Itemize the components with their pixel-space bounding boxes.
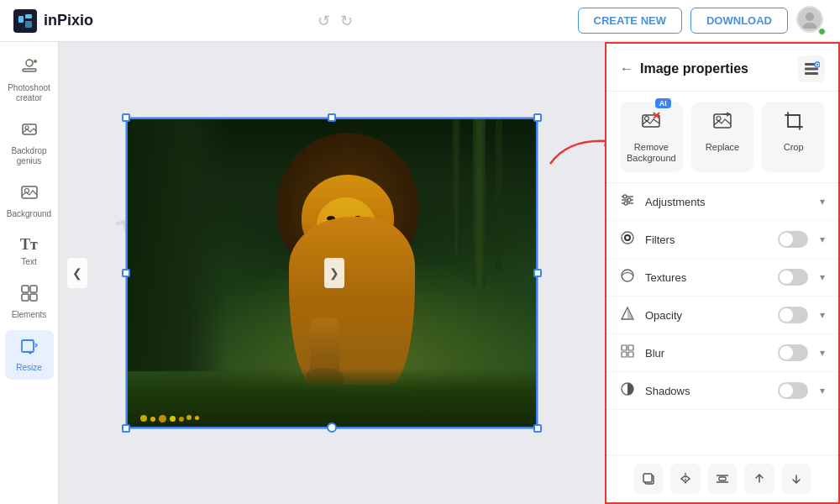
shadows-toggle[interactable] <box>778 382 808 399</box>
flower-7 <box>195 416 199 420</box>
resize-icon <box>20 337 39 360</box>
opacity-toggle[interactable] <box>778 307 808 323</box>
blur-chevron[interactable]: ▾ <box>820 347 825 359</box>
prop-row-filters: Filters ▾ <box>606 221 838 259</box>
main-content: Photoshootcreator Backdropgenius Bac <box>0 42 840 504</box>
panel-footer <box>606 454 838 502</box>
flower-6 <box>186 415 192 420</box>
ai-badge: AI <box>655 98 671 108</box>
handle-top-middle[interactable] <box>328 113 336 122</box>
filters-icon <box>620 230 637 249</box>
blur-icon <box>620 344 637 362</box>
adjustments-label: Adjustments <box>645 196 808 208</box>
dark-left <box>128 119 228 371</box>
replace-button[interactable]: Replace <box>691 102 754 172</box>
remove-background-button[interactable]: AI RemoveBackground <box>620 102 683 172</box>
svg-rect-42 <box>622 352 627 357</box>
redo-button[interactable]: ↻ <box>340 12 353 30</box>
textures-label: Textures <box>645 271 769 284</box>
avatar-wrapper <box>796 6 827 36</box>
red-arrow <box>546 118 605 168</box>
sidebar-item-background[interactable]: Background <box>5 176 54 226</box>
svg-rect-19 <box>805 68 818 71</box>
svg-point-28 <box>717 117 721 121</box>
handle-middle-left[interactable] <box>122 269 130 277</box>
svg-rect-12 <box>22 286 29 292</box>
shadows-chevron[interactable]: ▾ <box>820 385 825 396</box>
move-down-button[interactable] <box>781 464 811 494</box>
undo-button[interactable]: ↺ <box>318 12 330 30</box>
flower-5 <box>179 417 184 422</box>
textures-icon <box>620 268 637 286</box>
download-button[interactable]: DOWNLOAD <box>690 8 788 34</box>
move-up-button[interactable] <box>744 464 774 494</box>
svg-point-39 <box>622 270 633 281</box>
opacity-icon <box>620 306 637 324</box>
sidebar-label-elements: Elements <box>12 310 47 320</box>
shadows-icon <box>620 381 637 400</box>
svg-point-22 <box>816 64 818 66</box>
sidebar-label-photoshoot: Photoshootcreator <box>8 83 50 103</box>
flower-3 <box>159 415 166 423</box>
bamboo-3 <box>496 119 502 270</box>
sidebar-item-resize[interactable]: Resize <box>5 330 54 380</box>
background-icon <box>20 183 39 206</box>
panel-header: ← Image properties <box>606 44 838 92</box>
shadows-label: Shadows <box>645 385 769 397</box>
panel-back-button[interactable]: ← <box>620 61 633 76</box>
svg-point-3 <box>806 13 814 21</box>
logo: inPixio <box>13 9 93 33</box>
adjustments-chevron[interactable]: ▾ <box>820 196 825 207</box>
svg-rect-6 <box>23 69 36 71</box>
sidebar-label-resize: Resize <box>16 363 42 373</box>
handle-top-right[interactable] <box>533 113 542 122</box>
canvas-next-button[interactable]: ❯ <box>324 258 344 288</box>
svg-rect-46 <box>643 474 652 482</box>
svg-point-7 <box>34 60 37 63</box>
sidebar-item-text[interactable]: Tт Text <box>5 229 54 274</box>
textures-chevron[interactable]: ▾ <box>820 271 825 283</box>
sidebar-label-text: Text <box>21 257 36 267</box>
textures-toggle[interactable] <box>778 269 808 286</box>
filters-toggle[interactable] <box>778 231 808 248</box>
svg-point-33 <box>623 195 627 198</box>
blur-toggle[interactable] <box>778 344 808 361</box>
svg-rect-1 <box>25 14 32 18</box>
sidebar-item-backdrop[interactable]: Backdropgenius <box>5 113 54 173</box>
svg-rect-15 <box>30 294 37 301</box>
svg-rect-49 <box>719 477 726 480</box>
svg-point-24 <box>645 117 649 121</box>
svg-rect-2 <box>25 21 32 28</box>
align-button[interactable] <box>707 464 738 494</box>
flower-2 <box>150 417 155 422</box>
quick-actions: AI RemoveBackground <box>606 92 838 183</box>
svg-point-35 <box>624 202 627 205</box>
svg-rect-14 <box>22 294 29 301</box>
canvas-prev-button[interactable]: ❮ <box>67 258 87 288</box>
right-panel: ← Image properties AI <box>605 42 840 504</box>
properties-list: Adjustments ▾ Filters ▾ <box>606 183 838 454</box>
handle-bottom-middle[interactable] <box>327 423 337 433</box>
create-new-button[interactable]: CREATE NEW <box>578 8 682 34</box>
handle-bottom-right[interactable] <box>533 424 542 433</box>
remove-background-label: RemoveBackground <box>627 142 676 164</box>
opacity-chevron[interactable]: ▾ <box>820 309 825 321</box>
duplicate-button[interactable] <box>633 464 664 494</box>
sidebar-item-elements[interactable]: Elements <box>5 277 54 327</box>
photoshoot-icon <box>20 57 39 80</box>
filters-chevron[interactable]: ▾ <box>820 234 825 245</box>
svg-rect-43 <box>628 352 633 357</box>
elements-icon <box>20 284 39 307</box>
backdrop-icon <box>20 120 39 143</box>
handle-bottom-left[interactable] <box>122 424 130 433</box>
prop-row-adjustments: Adjustments ▾ <box>606 183 838 221</box>
handle-top-left[interactable] <box>122 113 130 122</box>
flip-horizontal-button[interactable] <box>670 464 701 494</box>
layers-button[interactable] <box>798 55 825 82</box>
online-indicator <box>818 28 826 35</box>
bamboo-1 <box>473 119 486 287</box>
crop-button[interactable]: Crop <box>762 102 825 172</box>
handle-middle-right[interactable] <box>533 269 542 277</box>
sidebar-item-photoshoot[interactable]: Photoshootcreator <box>5 50 54 110</box>
flowers-2 <box>186 415 199 420</box>
